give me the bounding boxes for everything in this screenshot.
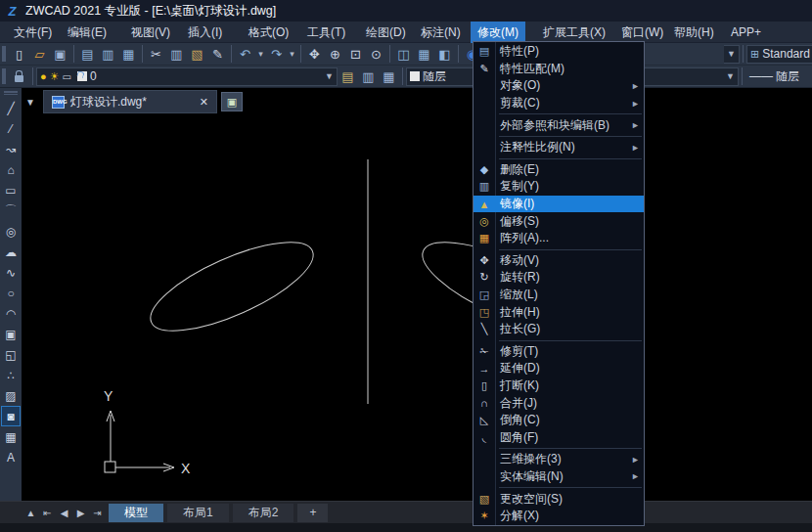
menubar-item-8[interactable]: 标注(N) xyxy=(414,22,468,43)
menubar-item-5[interactable]: 格式(O) xyxy=(242,22,295,43)
publish-icon[interactable]: ▦ xyxy=(118,44,139,64)
menu-item-move[interactable]: ✥移动(V) xyxy=(474,252,644,270)
redo-dropdown-icon[interactable]: ▾ xyxy=(287,44,297,64)
menu-item-copy[interactable]: ▥复制(Y) xyxy=(474,178,644,196)
table-icon[interactable]: ▦ xyxy=(1,426,21,447)
menu-item-fillet[interactable]: ◟圆角(F) xyxy=(474,428,644,446)
plot-icon[interactable]: ▤ xyxy=(77,44,98,64)
design-center-icon[interactable]: ▦ xyxy=(414,44,434,64)
print-preview-icon[interactable]: ▥ xyxy=(98,44,118,64)
layer-vp-freeze-icon[interactable]: ▭ xyxy=(63,71,71,82)
last-tab-icon[interactable]: ⇥ xyxy=(90,508,105,518)
save-icon[interactable]: ▣ xyxy=(50,44,70,64)
properties-palette-icon[interactable]: ◫ xyxy=(393,44,414,64)
mtext-icon[interactable]: A xyxy=(1,447,21,467)
tab-list-caret-icon[interactable]: ▼ xyxy=(22,97,39,108)
layer-on-bulb-icon[interactable]: ● xyxy=(40,70,47,82)
menu-item-sub-3[interactable]: 剪裁(C)► xyxy=(474,95,644,112)
pan-icon[interactable]: ✥ xyxy=(304,44,325,64)
toolbar-grip[interactable] xyxy=(2,46,6,62)
menu-item-offset[interactable]: ◎偏移(S) xyxy=(474,212,644,230)
ellipse-arc-icon[interactable]: ◠ xyxy=(1,303,21,324)
layer-thaw-sun-icon[interactable]: ☀ xyxy=(50,70,60,83)
menu-item-chamfer[interactable]: ◺倒角(C) xyxy=(474,412,644,429)
gradient-icon[interactable]: ◙ xyxy=(1,406,21,426)
menu-item-rotate[interactable]: ↻旋转(R) xyxy=(474,269,644,287)
menu-item-sub-7[interactable]: 注释性比例(N)► xyxy=(474,139,644,156)
menu-item-extend[interactable]: →延伸(D) xyxy=(474,360,644,377)
menu-item-break[interactable]: ▯打断(K) xyxy=(474,377,644,395)
match-properties-icon[interactable]: ✎ xyxy=(207,44,228,64)
menubar-item-3[interactable]: 视图(V) xyxy=(124,22,177,43)
circle-icon[interactable]: ◎ xyxy=(1,221,21,242)
rectangle-icon[interactable]: ▭ xyxy=(1,180,21,200)
redo-icon[interactable]: ↷ xyxy=(266,44,287,64)
layout-tab-模型[interactable]: 模型 xyxy=(109,504,163,522)
menubar-item-10[interactable]: 扩展工具(X) xyxy=(536,22,612,43)
xline-icon[interactable]: ⁄ xyxy=(1,118,21,139)
first-tab-icon[interactable]: ⇤ xyxy=(40,508,55,518)
layer-properties-icon[interactable]: ▤ xyxy=(338,66,358,86)
layer-combo[interactable]: ● ☀ ▭ 0 ▼ xyxy=(36,67,338,86)
spline-icon[interactable]: ∿ xyxy=(1,262,21,283)
menubar-item-9[interactable]: 修改(M) xyxy=(471,22,525,43)
arc-icon[interactable]: ⌒ xyxy=(1,200,21,221)
draw-toolbar-grip[interactable] xyxy=(4,91,18,95)
menu-item-sub-2[interactable]: 对象(O)► xyxy=(474,77,644,95)
text-style-caret[interactable]: ▼ xyxy=(724,45,740,64)
menu-item-properties[interactable]: ▤特性(P) xyxy=(474,43,644,61)
point-icon[interactable]: ∴ xyxy=(1,365,21,385)
prev-tab-icon[interactable]: ◀ xyxy=(57,508,71,518)
layout-tab-布局2[interactable]: 布局2 xyxy=(233,504,294,522)
layer-previous-icon[interactable]: ▦ xyxy=(379,66,399,86)
cut-icon[interactable]: ✂ xyxy=(146,44,166,64)
menubar-item-6[interactable]: 工具(T) xyxy=(300,22,352,43)
layer-states-icon[interactable]: ▥ xyxy=(358,66,379,86)
new-document-button[interactable]: ▣ xyxy=(221,92,243,111)
revcloud-icon[interactable]: ☁ xyxy=(1,242,21,262)
menubar-item-7[interactable]: 绘图(D) xyxy=(359,22,413,43)
zoom-window-icon[interactable]: ⊡ xyxy=(345,44,366,64)
menu-item-scale[interactable]: ◲缩放(L) xyxy=(474,287,644,304)
toolbar-grip[interactable] xyxy=(2,68,6,84)
new-layout-tab[interactable]: + xyxy=(297,504,328,522)
menubar-item-1[interactable]: 文件(F) xyxy=(7,22,59,43)
menubar-item-4[interactable]: 插入(I) xyxy=(181,22,229,43)
menubar-item-11[interactable]: 窗口(W) xyxy=(614,22,670,43)
new-file-icon[interactable]: ▯ xyxy=(9,44,29,64)
ellipse-left[interactable] xyxy=(140,225,324,348)
menu-item-sub-5[interactable]: 外部参照和块编辑(B)► xyxy=(474,116,644,134)
ellipse-icon[interactable]: ○ xyxy=(1,283,21,303)
open-folder-icon[interactable]: ▱ xyxy=(29,44,50,64)
layout-up-icon[interactable]: ▲ xyxy=(23,508,38,518)
undo-dropdown-icon[interactable]: ▾ xyxy=(255,44,266,64)
menu-item-sub-29[interactable]: 实体编辑(N)► xyxy=(474,468,644,486)
polygon-icon[interactable]: ⌂ xyxy=(1,159,21,180)
next-tab-icon[interactable]: ▶ xyxy=(73,508,88,518)
close-tab-icon[interactable]: ✕ xyxy=(200,96,208,109)
menu-item-erase[interactable]: ◆删除(E) xyxy=(474,161,644,179)
menu-item-sub-28[interactable]: 三维操作(3)► xyxy=(474,451,644,468)
tool-palettes-icon[interactable]: ◧ xyxy=(434,44,455,64)
menubar-item-12[interactable]: 帮助(H) xyxy=(667,22,721,43)
copy-icon[interactable]: ▥ xyxy=(166,44,187,64)
drawing-canvas[interactable]: Y X xyxy=(22,88,812,501)
menu-item-trim[interactable]: ✁修剪(T) xyxy=(474,343,644,361)
zoom-realtime-icon[interactable]: ⊕ xyxy=(325,44,345,64)
menu-item-match-properties[interactable]: ✎特性匹配(M) xyxy=(474,61,644,78)
menu-item-change-space[interactable]: ▧更改空间(S) xyxy=(474,490,644,508)
menu-item-lengthen[interactable]: ╲拉长(G) xyxy=(474,321,644,338)
zoom-previous-icon[interactable]: ⊙ xyxy=(366,44,386,64)
layout-tab-布局1[interactable]: 布局1 xyxy=(167,504,229,522)
menu-item-join[interactable]: ∩合并(J) xyxy=(474,394,644,412)
menu-item-explode[interactable]: ✶分解(X) xyxy=(474,508,644,525)
linetype-combo[interactable]: —— 随层 xyxy=(745,67,812,86)
menubar-item-13[interactable]: APP+ xyxy=(724,22,768,43)
make-block-icon[interactable]: ◱ xyxy=(1,344,21,365)
menu-item-mirror[interactable]: ▲镜像(I) xyxy=(474,196,644,213)
insert-block-icon[interactable]: ▣ xyxy=(1,324,21,344)
layer-lock-icon[interactable] xyxy=(9,66,29,86)
layer-combo-caret[interactable]: ▼ xyxy=(325,71,334,81)
paste-icon[interactable]: ▧ xyxy=(187,44,207,64)
hatch-icon[interactable]: ▨ xyxy=(1,385,21,406)
